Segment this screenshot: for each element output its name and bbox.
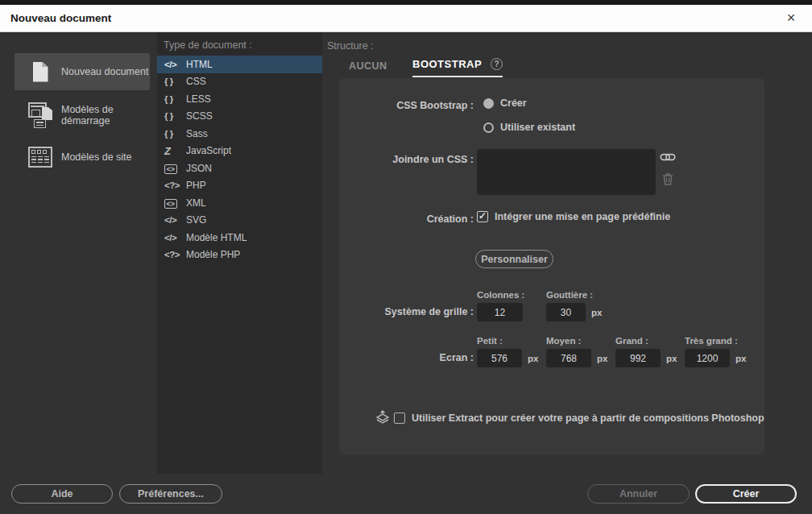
doc-type-css[interactable]: { } CSS	[157, 73, 322, 91]
sidebar-item-modeles-demarrage[interactable]: Modèles de démarrage	[14, 97, 153, 134]
close-icon[interactable]: ×	[778, 5, 804, 31]
braces-icon: { }	[164, 111, 186, 121]
sidebar-item-label: Modèles de site	[61, 151, 132, 163]
doc-type-list: </> HTML { } CSS { } LESS { } SCSS { }	[157, 56, 322, 263]
doc-type-label: XML	[186, 197, 206, 209]
gouttiere-label: Gouttière :	[546, 290, 593, 300]
radio-unselected-icon	[483, 122, 494, 133]
braces-icon: { }	[164, 129, 186, 139]
doc-type-xml[interactable]: <> XML	[157, 194, 322, 212]
ecran-label: Ecran :	[339, 352, 474, 363]
personnaliser-button[interactable]: Personnaliser	[475, 250, 553, 268]
checkbox-utiliser-extract[interactable]: Utiliser Extract pour créer votre page à…	[394, 412, 764, 424]
code-tag-icon: </>	[164, 215, 186, 225]
doc-type-label: CSS	[186, 76, 206, 87]
systeme-grille-label: Système de grille :	[339, 306, 474, 317]
checked-checkbox-icon	[477, 211, 488, 222]
creation-label: Création :	[339, 213, 474, 225]
dialog-body: Nouveau document Modèles de démarrage Mo…	[0, 32, 812, 514]
sidebar-item-label: Nouveau document	[61, 66, 148, 77]
link-css-button[interactable]	[660, 151, 676, 163]
doc-type-label: LESS	[186, 93, 211, 105]
checkbox-integrer-mise-en-page[interactable]: Intégrer une mise en page prédéfinie	[477, 211, 670, 222]
trash-icon	[662, 172, 673, 185]
doc-type-column: Type de document : </> HTML { } CSS { } …	[157, 32, 322, 474]
dialog-titlebar: Nouveau document ×	[0, 5, 812, 32]
sidebar-item-label: Modèles de démarrage	[61, 104, 153, 126]
code-tag-icon: </>	[164, 60, 186, 69]
bootstrap-form-panel: CSS Bootstrap : Créer Utiliser existant …	[339, 78, 764, 455]
tab-aucun[interactable]: AUCUN	[349, 58, 387, 72]
gouttiere-unit: px	[591, 308, 602, 317]
doc-type-label: PHP	[186, 180, 206, 191]
colonnes-label: Colonnes :	[477, 290, 524, 300]
doc-type-sass[interactable]: { } Sass	[157, 125, 322, 143]
doc-type-header: Type de document :	[164, 39, 252, 51]
doc-type-javascript[interactable]: Z JavaScript	[157, 143, 322, 160]
grand-input[interactable]	[615, 349, 661, 367]
radio-creer[interactable]: Créer	[483, 97, 527, 109]
attach-css-input[interactable]	[477, 149, 656, 195]
boxed-code-icon: <>	[164, 198, 186, 208]
gouttiere-input[interactable]	[546, 303, 586, 321]
document-icon	[27, 62, 53, 82]
tab-bootstrap[interactable]: BOOTSTRAP ?	[412, 58, 503, 77]
php-tag-icon: <?>	[164, 180, 186, 190]
aide-button[interactable]: Aide	[11, 484, 113, 504]
petit-input[interactable]	[477, 349, 522, 367]
tres-grand-input[interactable]	[685, 349, 730, 367]
braces-icon: { }	[164, 77, 186, 86]
unchecked-checkbox-icon	[394, 412, 405, 424]
new-document-dialog: Nouveau document × Nouveau document Modè…	[0, 0, 812, 514]
doc-type-less[interactable]: { } LESS	[157, 90, 322, 108]
structure-header: Structure :	[327, 40, 374, 52]
doc-type-modele-php[interactable]: <?> Modèle PHP	[157, 247, 322, 264]
doc-type-svg[interactable]: </> SVG	[157, 212, 322, 230]
tres-grand-label: Très grand :	[685, 336, 738, 346]
site-templates-icon	[27, 147, 53, 168]
preferences-button[interactable]: Préférences...	[119, 484, 222, 504]
doc-type-php[interactable]: <?> PHP	[157, 177, 322, 195]
doc-type-label: HTML	[186, 59, 213, 70]
radio-selected-icon	[483, 98, 494, 109]
attach-css-label: Joindre un CSS :	[339, 154, 474, 165]
annuler-button[interactable]: Annuler	[587, 484, 690, 504]
link-icon	[660, 151, 676, 163]
css-bootstrap-label: CSS Bootstrap :	[339, 100, 474, 111]
php-tag-icon: <?>	[164, 250, 186, 259]
moyen-label: Moyen :	[546, 336, 581, 346]
doc-type-label: SVG	[186, 214, 206, 226]
sidebar-item-modeles-site[interactable]: Modèles de site	[14, 139, 153, 176]
braces-icon: { }	[164, 94, 186, 104]
doc-type-label: SCSS	[186, 110, 213, 122]
doc-type-label: JavaScript	[186, 145, 231, 156]
grand-label: Grand :	[615, 336, 648, 346]
doc-type-scss[interactable]: { } SCSS	[157, 108, 322, 126]
script-icon: Z	[164, 145, 186, 157]
radio-utiliser-existant[interactable]: Utiliser existant	[483, 122, 575, 133]
boxed-code-icon: <>	[164, 164, 186, 173]
doc-type-modele-html[interactable]: </> Modèle HTML	[157, 229, 322, 247]
extract-layers-icon	[375, 410, 391, 426]
doc-type-html[interactable]: </> HTML	[157, 56, 322, 73]
doc-type-label: Sass	[186, 128, 208, 139]
help-icon[interactable]: ?	[491, 58, 503, 70]
colonnes-input[interactable]	[477, 303, 523, 321]
doc-type-label: JSON	[186, 163, 212, 174]
code-tag-icon: </>	[164, 233, 186, 242]
doc-type-label: Modèle PHP	[186, 249, 240, 260]
starter-templates-icon	[27, 102, 53, 128]
tab-bootstrap-label: BOOTSTRAP	[412, 58, 482, 70]
sidebar-item-nouveau-document[interactable]: Nouveau document	[14, 53, 150, 90]
doc-type-label: Modèle HTML	[186, 232, 246, 243]
petit-label: Petit :	[477, 336, 503, 346]
delete-css-button[interactable]	[662, 172, 673, 185]
dialog-title: Nouveau document	[10, 12, 111, 24]
doc-type-json[interactable]: <> JSON	[157, 160, 322, 177]
moyen-input[interactable]	[546, 349, 591, 367]
creer-button[interactable]: Créer	[695, 484, 797, 504]
